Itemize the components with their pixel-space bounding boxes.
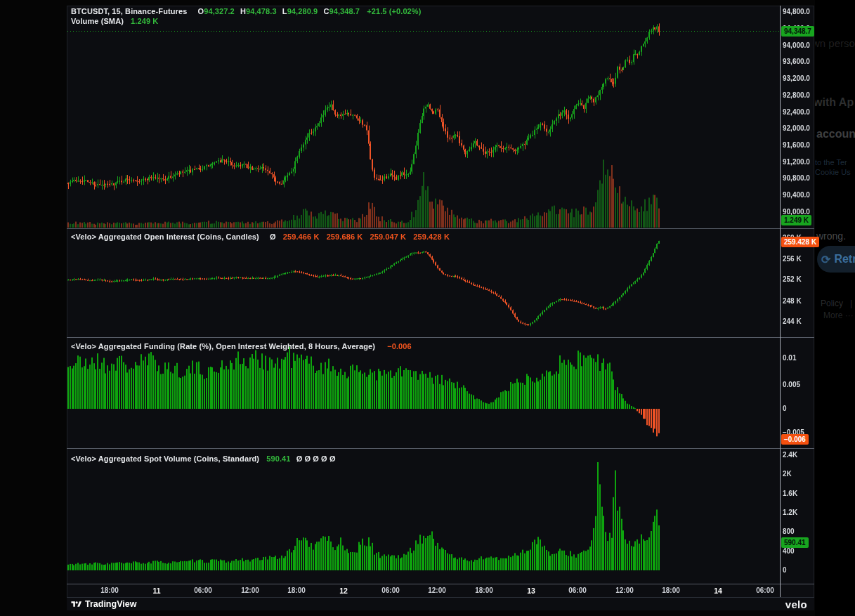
price-axis-border <box>780 6 781 597</box>
spot-value: 590.41 <box>266 454 290 463</box>
close-value: 94,348.7 <box>329 7 360 15</box>
spot-phis: Ø Ø Ø Ø Ø <box>296 454 336 463</box>
last-price-badge: 94,348.7 <box>781 26 814 37</box>
funding-title[interactable]: <Velo> Aggregated Funding (Rate (%), Ope… <box>71 342 375 350</box>
pane-divider-2[interactable] <box>67 337 814 338</box>
high-label: H <box>240 7 246 15</box>
legend-funding[interactable]: <Velo> Aggregated Funding (Rate (%), Ope… <box>71 342 412 350</box>
oi-title[interactable]: <Velo> Aggregated Open Interest (Coins, … <box>71 232 259 241</box>
velo-logo: velo <box>785 598 807 610</box>
time-tick-label: 18:00 <box>466 586 502 594</box>
time-tick-label: 06:00 <box>373 586 408 594</box>
low-label: L <box>282 7 287 15</box>
attribution-bar: TradingView velo <box>67 597 814 610</box>
funding-badge: −0.006 <box>781 434 809 445</box>
time-tick-label: 06:00 <box>185 586 221 594</box>
spot-title[interactable]: <Velo> Aggregated Spot Volume (Coins, St… <box>71 454 259 463</box>
time-tick-label: 11 <box>139 586 174 595</box>
oi-phi: Ø <box>270 232 276 241</box>
time-tick-label: 12:00 <box>419 586 455 594</box>
tradingview-logo-icon <box>71 600 81 609</box>
time-axis[interactable]: 18:001106:0012:0018:001206:0012:0018:001… <box>67 584 780 597</box>
oi-value-1: 259.466 K <box>283 232 320 241</box>
high-value: 94,478.3 <box>246 7 277 15</box>
time-tick-label: 12:00 <box>607 586 642 594</box>
time-tick-label: 13 <box>514 586 549 595</box>
time-tick-label: 12 <box>326 586 361 595</box>
oi-value-4: 259.428 K <box>413 232 450 241</box>
time-tick-label: 06:00 <box>748 586 783 594</box>
open-label: O <box>198 7 204 15</box>
low-value: 94,280.9 <box>287 7 318 15</box>
open-value: 94,327.2 <box>204 7 235 15</box>
time-tick-label: 18:00 <box>92 586 127 594</box>
time-tick-label: 18:00 <box>653 586 688 594</box>
pane-divider-1[interactable] <box>67 228 814 229</box>
time-tick-label: 12:00 <box>233 586 268 594</box>
funding-value: −0.006 <box>387 342 412 350</box>
chart-canvas[interactable] <box>0 0 855 616</box>
page: BTCUSDT, 15, Binance-Futures O94,327.2 H… <box>0 0 855 616</box>
pane-divider-3[interactable] <box>67 448 814 449</box>
spot-badge: 590.41 <box>781 537 809 548</box>
volume-badge: 1.249 K <box>781 215 811 225</box>
change-value: +21.5 (+0.02%) <box>367 7 421 15</box>
volume-label[interactable]: Volume (SMA) <box>71 17 124 25</box>
symbol-title[interactable]: BTCUSDT, 15, Binance-Futures <box>71 7 187 15</box>
time-tick-label: 06:00 <box>560 586 595 594</box>
tradingview-link[interactable]: TradingView <box>71 599 136 609</box>
legend-spot-volume[interactable]: <Velo> Aggregated Spot Volume (Coins, St… <box>71 454 336 463</box>
time-tick-label: 18:00 <box>279 586 314 594</box>
oi-badge: 259.428 K <box>781 237 819 247</box>
legend-volume[interactable]: Volume (SMA) 1.249 K <box>71 17 158 25</box>
legend-pane-price[interactable]: BTCUSDT, 15, Binance-Futures O94,327.2 H… <box>71 7 421 15</box>
volume-value: 1.249 K <box>131 17 158 25</box>
legend-open-interest[interactable]: <Velo> Aggregated Open Interest (Coins, … <box>71 232 450 241</box>
oi-value-2: 259.686 K <box>327 232 363 241</box>
time-tick-label: 14 <box>700 586 736 595</box>
tradingview-label: TradingView <box>85 599 136 609</box>
oi-value-3: 259.047 K <box>370 232 406 241</box>
